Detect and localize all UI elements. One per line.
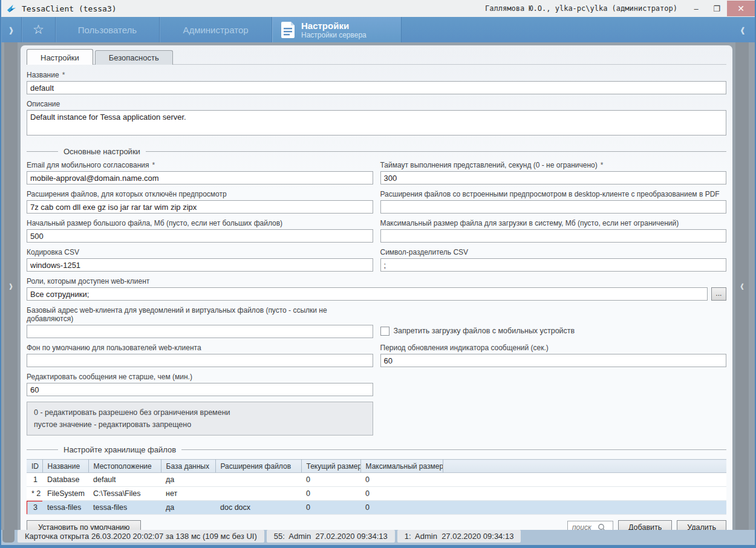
description-label: Описание [27, 100, 60, 108]
field-description: Описание Default instance for Tessa appl… [27, 100, 726, 137]
field-web-base-address: Базовый адрес web-клиента для уведомлени… [27, 306, 373, 338]
nav-tab-settings-active[interactable]: Настройки Настройки сервера [272, 17, 402, 42]
status-card-opened: Карточка открыта 26.03.2020 20:02:07 за … [18, 530, 264, 543]
chevron-left-icon: ‹ [740, 277, 744, 295]
hint-line-1: 0 - редактировать разрешено без ограниче… [34, 406, 366, 419]
hint-line-2: пустое значение - редактировать запрещен… [34, 419, 366, 431]
view-timeout-input[interactable] [380, 171, 727, 184]
table-search[interactable] [567, 521, 613, 530]
csv-encoding-input[interactable] [27, 258, 373, 272]
cell-location: default [88, 473, 161, 487]
nav-tab-admin[interactable]: Администратор [160, 17, 272, 42]
star-icon: ☆ [33, 22, 44, 37]
favorites-button[interactable]: ☆ [22, 17, 56, 42]
field-forbid-mobile: Запретить загрузку файлов с мобильных ус… [380, 318, 727, 344]
description-input[interactable]: Default instance for Tessa application s… [27, 110, 726, 135]
group-main-title: Основные настройки [64, 147, 140, 156]
minimize-button[interactable]: – [686, 1, 706, 16]
app-logo-icon [6, 4, 17, 13]
ext-pdf-preview-input[interactable] [380, 200, 727, 214]
set-default-button[interactable]: Установить по умолчанию [27, 520, 141, 530]
field-name: Название* [27, 71, 726, 94]
mobile-email-input[interactable] [27, 171, 373, 184]
group-file-storage: Настройте хранилище файлов [27, 445, 726, 454]
chevron-right-icon: › [9, 19, 13, 41]
table-row-filesystem[interactable]: * 2 FileSystem C:\Tessa\Files нет 0 0 [27, 487, 726, 501]
csv-separator-label: Символ-разделитель CSV [380, 248, 469, 256]
card-tabstrip: Настройки Безопасность [27, 49, 726, 65]
col-database[interactable]: База данных [161, 460, 215, 473]
edit-messages-input[interactable] [27, 383, 373, 396]
forbid-mobile-checkbox[interactable] [380, 327, 389, 336]
nav-collapse-button[interactable]: ‹ [731, 17, 755, 42]
field-msg-indicator-period: Период обновления индикатора сообщений (… [380, 344, 727, 367]
col-id[interactable]: ID [27, 460, 42, 473]
left-panel-toggle[interactable]: › [4, 42, 18, 530]
tab-security[interactable]: Безопасность [95, 50, 173, 65]
web-base-address-label: Базовый адрес web-клиента для уведомлени… [27, 306, 327, 323]
name-input[interactable] [27, 81, 726, 94]
cell-location: C:\Tessa\Files [88, 487, 161, 501]
field-view-timeout: Таймаут выполнения представлений, секунд… [380, 161, 727, 184]
cell-ext [215, 487, 301, 501]
nav-tab-subtitle: Настройки сервера [301, 31, 367, 39]
cell-db: да [161, 473, 215, 487]
cell-name: FileSystem [42, 487, 88, 501]
web-roles-picker-button[interactable]: ... [711, 287, 726, 301]
cell-db: да [161, 501, 215, 515]
max-file-size-input[interactable] [380, 229, 727, 243]
col-location[interactable]: Местоположение [88, 460, 161, 473]
cell-current: 0 [301, 501, 360, 515]
field-web-roles: Роли, которым доступен web-клиент ... [27, 277, 726, 301]
field-ext-pdf-preview: Расширения файлов со встроенными предпро… [380, 190, 727, 214]
search-input[interactable] [572, 523, 598, 530]
content-area: › Настройки Безопасность Название* Описа… [1, 42, 755, 530]
csv-separator-input[interactable] [380, 258, 727, 272]
large-file-size-input[interactable] [27, 229, 373, 243]
msg-indicator-period-input[interactable] [380, 354, 727, 367]
status-created: 1: Admin 27.02.2020 09:34:13 [397, 530, 521, 543]
table-row-tessa-files-selected[interactable]: 3 tessa-files tessa-files да doc docx 0 … [27, 501, 726, 515]
cell-id: * 2 [27, 487, 42, 501]
group-storage-title: Настройте хранилище файлов [64, 445, 176, 454]
col-current-size[interactable]: Текущий размер [301, 460, 360, 473]
required-asterisk: * [152, 161, 155, 169]
window-title: TessaClient (tessa3) [22, 4, 117, 13]
col-max-size[interactable]: Максимальный размер [360, 460, 443, 473]
table-row-database[interactable]: 1 Database default да 0 0 [27, 473, 726, 487]
group-main-settings: Основные настройки [27, 147, 726, 156]
col-extensions[interactable]: Расширения файлов [215, 460, 301, 473]
nav-tab-settings-text: Настройки Настройки сервера [301, 21, 367, 39]
nav-tab-user[interactable]: Пользователь [56, 17, 160, 42]
view-timeout-label: Таймаут выполнения представлений, секунд… [380, 161, 598, 169]
col-name[interactable]: Название [42, 460, 88, 473]
tab-settings[interactable]: Настройки [27, 49, 93, 65]
close-button[interactable]: ✕ [727, 1, 755, 16]
nav-expand-button[interactable]: › [1, 17, 22, 42]
search-icon [598, 523, 606, 530]
web-base-address-input[interactable] [27, 325, 373, 338]
current-user-label: Галлямова Ю.О., ylka-pc\ylka (администра… [485, 4, 677, 13]
statusbar: Карточка открыта 26.03.2020 20:02:07 за … [1, 530, 755, 548]
add-button[interactable]: Добавить [618, 520, 672, 530]
right-panel-toggle[interactable]: ‹ [735, 42, 749, 530]
msg-indicator-period-label: Период обновления индикатора сообщений (… [380, 344, 549, 352]
storage-table-area: ID Название Местоположение База данных Р… [27, 459, 726, 515]
field-web-background: Фон по умолчанию для пользователей web-к… [27, 344, 373, 367]
web-background-input[interactable] [27, 354, 373, 367]
field-large-file-size: Начальный размер большого файла, Мб (пус… [27, 219, 373, 243]
large-file-size-label: Начальный размер большого файла, Мб (пус… [27, 219, 282, 227]
field-mobile-email: Email для мобильного согласования* [27, 161, 373, 184]
ext-no-preview-input[interactable] [27, 200, 373, 214]
maximize-button[interactable]: ❐ [706, 1, 727, 16]
web-roles-input[interactable] [27, 287, 708, 301]
field-edit-messages: Редактировать сообщения не старше, чем (… [27, 373, 373, 396]
cell-name: Database [42, 473, 88, 487]
cell-current: 0 [301, 473, 360, 487]
remove-button[interactable]: Удалить [677, 520, 726, 530]
forbid-mobile-label: Запретить загрузку файлов с мобильных ус… [394, 327, 575, 335]
storage-table: ID Название Местоположение База данных Р… [27, 459, 726, 515]
ext-no-preview-label: Расширения файлов, для которых отключён … [27, 190, 227, 198]
chevron-right-icon: › [9, 277, 13, 295]
rail-corner [2, 530, 15, 543]
